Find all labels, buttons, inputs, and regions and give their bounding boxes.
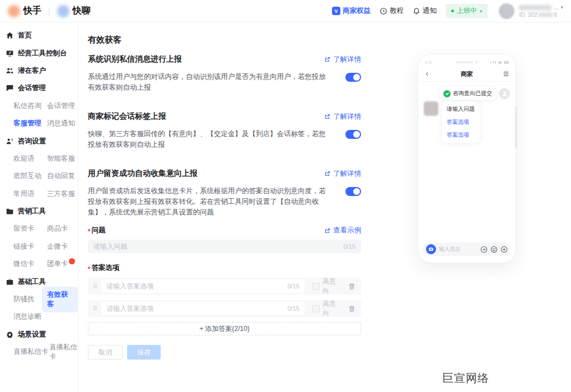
- sidebar-item-welcome-message[interactable]: 欢迎语: [13, 150, 47, 167]
- sidebar-item-product-card[interactable]: 商品卡: [47, 220, 78, 237]
- drag-handle-icon[interactable]: ⠿: [93, 305, 100, 312]
- sidebar-item-live-dm-card-1[interactable]: 直播私信卡: [13, 343, 49, 361]
- delete-icon[interactable]: [348, 305, 355, 312]
- external-link-icon: [324, 56, 331, 63]
- section-title: 系统识别私信消息进行上报: [88, 54, 182, 64]
- consult-icon: [6, 137, 14, 146]
- sidebar-item-label: 团单卡: [47, 259, 68, 269]
- high-intent-label: 高意向: [322, 299, 341, 318]
- section-description: 快聊、第三方客服回传的【有意向】、【交定金】及【到店】会话标签，若您投放有效获客…: [88, 129, 327, 150]
- submitted-text: 咨询意向已提交: [453, 90, 492, 97]
- name-ellipsis: …: [553, 4, 559, 11]
- emoji-icon: [490, 246, 498, 253]
- cancel-button[interactable]: 取消: [88, 345, 123, 360]
- sidebar-item-bottom-interaction[interactable]: 底部互动: [13, 167, 47, 185]
- external-link-icon: [324, 170, 331, 177]
- page-title: 有效获客: [88, 35, 361, 45]
- brand-primary: 快手: [24, 5, 41, 17]
- phone-notch: [456, 61, 478, 63]
- sidebar-item-lead-card[interactable]: 留资卡: [13, 220, 47, 237]
- avatar: [499, 3, 514, 19]
- tutorial-icon: [380, 7, 387, 15]
- sidebar-item-session-mgmt[interactable]: 会话管理: [47, 97, 78, 115]
- notification-link[interactable]: 通知: [413, 6, 437, 16]
- high-intent-checkbox[interactable]: [312, 305, 320, 312]
- sidebar-item-private-message[interactable]: 私信咨询: [13, 97, 47, 115]
- external-link-icon: [324, 113, 331, 120]
- answer-input[interactable]: [106, 282, 287, 290]
- question-input[interactable]: [93, 242, 344, 250]
- sidebar-item-consult-settings[interactable]: 咨询设置: [0, 132, 78, 150]
- high-intent-checkbox[interactable]: [312, 283, 320, 290]
- folder-icon: [6, 207, 14, 216]
- sidebar-item-message-notice[interactable]: 消息通知: [47, 115, 78, 132]
- section-title: 商家标记会话标签上报: [88, 111, 166, 122]
- answer-counter: 0/15: [287, 305, 299, 312]
- sidebar-item-live-dm-card-2[interactable]: 直播私信卡: [49, 343, 78, 361]
- chevron-down-icon: ▾: [560, 4, 563, 10]
- check-icon: [443, 90, 451, 97]
- sidebar-item-scene-settings[interactable]: 场景设置: [0, 326, 78, 343]
- section-description: 系统通过用户与您的对话内容，自动识别该用户是否为有意向用户，若您投放有效获客则自…: [88, 72, 327, 93]
- add-answer-button[interactable]: + 添加答案(2/10): [88, 322, 361, 335]
- card-option: 答案选项: [447, 131, 475, 139]
- chevron-down-icon: ▾: [480, 8, 483, 14]
- submitted-status-bubble: 咨询意向已提交: [439, 87, 497, 100]
- question-input-wrap: 0/15: [88, 240, 361, 253]
- sidebar-item-wechat-card[interactable]: 微信卡: [13, 255, 47, 273]
- learn-more-link[interactable]: 了解详情: [324, 55, 361, 64]
- sidebar-item-label: 咨询设置: [18, 137, 46, 146]
- sidebar-item-link-card[interactable]: 链接卡: [13, 238, 47, 255]
- system-recognition-toggle[interactable]: [345, 73, 361, 82]
- tutorial-link[interactable]: 教程: [380, 6, 404, 16]
- section-intent-collection: 用户留资成功自动收集意向上报 了解详情 用户留资成功后发送收集信息卡片，系统根据…: [88, 169, 361, 218]
- answer-input-wrap: 0/15: [101, 279, 305, 293]
- scrollbar-thumb[interactable]: [515, 106, 517, 148]
- card-question: 请输入问题: [447, 105, 475, 113]
- work-status-dropdown[interactable]: 上班中 ▾: [446, 4, 488, 18]
- learn-more-link[interactable]: 了解详情: [324, 169, 361, 179]
- sidebar-item-group-order-card[interactable]: 团单卡: [47, 255, 78, 273]
- answers-label: •答案选项: [88, 263, 119, 273]
- learn-more-link[interactable]: 了解详情: [324, 112, 361, 122]
- view-example-link[interactable]: 查看示例: [324, 226, 361, 235]
- sidebar-item-common-phrases[interactable]: 常用语: [13, 185, 47, 203]
- briefcase-icon: [6, 278, 14, 286]
- sidebar-item-label: 首页: [18, 31, 32, 40]
- drag-handle-icon[interactable]: ⠿: [93, 283, 100, 290]
- customers-icon: [6, 67, 14, 75]
- question-counter: 0/15: [344, 243, 355, 250]
- sidebar-item-label: 潜在客户: [18, 66, 46, 76]
- phone-input-bar: 输入消息: [423, 242, 511, 256]
- home-icon: [6, 31, 14, 40]
- save-button[interactable]: 保存: [127, 345, 161, 360]
- answer-row: ⠿ 0/15 高意向: [88, 278, 361, 295]
- sidebar-item-message-diagnosis[interactable]: 消息诊断: [13, 308, 47, 325]
- sidebar: 首页 经营工具控制台 潜在客户 会话管理 私信咨询 会话管理 客服管理 消息通知…: [0, 22, 78, 392]
- sidebar-item-label: 会话管理: [18, 83, 46, 93]
- intent-collection-toggle[interactable]: [345, 187, 361, 196]
- sidebar-item-console[interactable]: 经营工具控制台: [0, 44, 78, 62]
- sidebar-item-agent-management[interactable]: 客服管理: [13, 115, 47, 132]
- answer-counter: 0/15: [287, 283, 299, 290]
- answer-input[interactable]: [106, 305, 287, 312]
- sidebar-item-third-party-service[interactable]: 三方客服: [47, 185, 78, 203]
- sidebar-item-effective-acquisition[interactable]: 有效获客: [47, 291, 78, 308]
- sidebar-item-marketing-tools[interactable]: 营销工具: [0, 203, 78, 220]
- sidebar-item-potential-customers[interactable]: 潜在客户: [0, 62, 78, 80]
- sidebar-item-wecom-card[interactable]: 企微卡: [47, 238, 78, 255]
- high-intent-label: 高意向: [322, 277, 341, 296]
- required-asterisk: •: [88, 226, 90, 234]
- sidebar-item-smart-service[interactable]: 智能客服: [47, 150, 78, 167]
- answer-input-wrap: 0/15: [101, 302, 305, 315]
- phone-preview: 9:41 商家 咨询意向已提交 请输入问题 答案选项 答案选项: [418, 54, 516, 263]
- sidebar-item-label: 营销工具: [18, 207, 46, 216]
- merchant-rights-link[interactable]: V 商家权益: [332, 6, 371, 16]
- user-id-prefix: ID: 302: [519, 12, 537, 18]
- delete-icon[interactable]: [348, 283, 355, 290]
- sidebar-item-session-management[interactable]: 会话管理: [0, 80, 78, 97]
- sidebar-item-home[interactable]: 首页: [0, 27, 78, 44]
- user-menu[interactable]: … ▾ ID: 302 6: [499, 3, 563, 19]
- sidebar-item-auto-reply[interactable]: 自动回复: [47, 167, 78, 185]
- merchant-tag-toggle[interactable]: [345, 130, 361, 139]
